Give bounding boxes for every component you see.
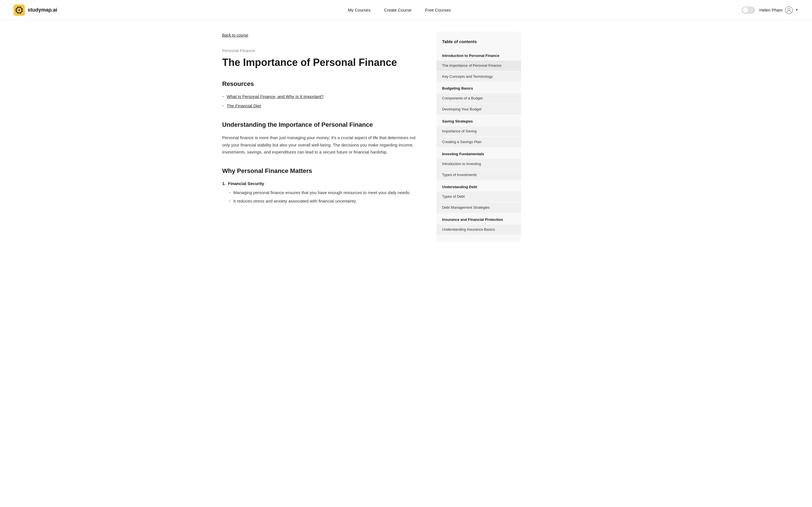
bullet-text-1-2: It reduces stress and anxiety associated… [234,198,357,205]
user-menu[interactable]: Helen Pham ▼ [760,6,799,14]
toc-section-debt: Understanding Debt [437,181,521,191]
logo-icon[interactable] [13,4,25,16]
theme-toggle[interactable] [742,6,755,14]
toc-section-insurance: Insurance and Financial Protection [437,214,521,224]
toc-section-saving: Saving Strategies [437,115,521,126]
resource-item-1: What Is Personal Finance, and Why Is It … [222,93,419,100]
course-category: Personal Finance [222,47,419,54]
chevron-down-icon: ▼ [795,7,799,13]
toc-sidebar: Table of contents Introduction to Person… [437,32,521,242]
toc-item-importance-saving[interactable]: Importance of Saving [437,126,521,136]
bullet-item-1-2: It reduces stress and anxiety associated… [229,198,419,205]
resources-list: What Is Personal Finance, and Why Is It … [222,93,419,110]
toc-item-importance[interactable]: The Importance of Personal Finance [437,61,521,71]
svg-point-3 [785,6,793,14]
navbar-links: My Courses Create Course Free Courses [348,7,451,13]
toc-item-debt-management[interactable]: Debt Management Strategies [437,203,521,213]
toc-item-insurance-basics[interactable]: Understanding Insurance Basics [437,224,521,235]
main-content: Back to course Personal Finance The Impo… [222,32,419,242]
toc-item-intro-investing[interactable]: Introduction to Investing [437,159,521,169]
navbar: studymap.ai My Courses Create Course Fre… [0,0,812,20]
navbar-brand: studymap.ai [13,4,57,16]
toc-item-components[interactable]: Components of a Budget [437,93,521,104]
resource-link-1[interactable]: What Is Personal Finance, and Why Is It … [227,93,323,100]
numbered-list: Financial Security Managing personal fin… [222,180,419,205]
section1-heading: Understanding the Importance of Personal… [222,120,419,129]
toggle-knob [743,7,748,13]
logo-text: studymap.ai [28,6,57,14]
toc-section-budgeting: Budgeting Basics [437,82,521,93]
toc-item-key-concepts[interactable]: Key Concepts and Terminology [437,71,521,82]
numbered-item-1-label: Financial Security [228,180,264,187]
toc-item-types-investments[interactable]: Types of Investments [437,170,521,180]
section1-body: Personal finance is more than just manag… [222,134,419,156]
resource-item-2: The Financial Diet [222,103,419,110]
numbered-item-1-header: Financial Security [222,180,419,187]
nav-create-course[interactable]: Create Course [384,7,412,13]
toc-section-intro: Introduction to Personal Finance [437,50,521,60]
svg-point-2 [18,9,20,11]
user-name: Helen Pham [760,7,783,13]
bullet-sub-list-1: Managing personal finance ensures that y… [222,189,419,205]
resources-heading: Resources [222,79,419,89]
toc-container: Table of contents Introduction to Person… [437,32,521,242]
bullet-item-1-1: Managing personal finance ensures that y… [229,189,419,196]
back-to-course-link[interactable]: Back to course [222,32,248,38]
nav-my-courses[interactable]: My Courses [348,7,370,13]
section2-heading: Why Personal Finance Matters [222,166,419,176]
page-title: The Importance of Personal Finance [222,56,419,68]
toc-item-types-debt[interactable]: Types of Debt [437,191,521,202]
user-avatar-icon [785,6,793,14]
bullet-text-1-1: Managing personal finance ensures that y… [234,189,410,196]
nav-free-courses[interactable]: Free Courses [425,7,451,13]
toc-section-investing: Investing Fundamentals [437,148,521,158]
navbar-user-area: Helen Pham ▼ [742,6,799,14]
toc-item-developing[interactable]: Developing Your Budget [437,104,521,115]
svg-point-4 [788,8,790,10]
resource-link-2[interactable]: The Financial Diet [227,103,261,109]
numbered-item-1: Financial Security Managing personal fin… [222,180,419,205]
page-layout: Back to course Personal Finance The Impo… [209,20,603,253]
toc-title: Table of contents [437,38,521,50]
toc-item-savings-plan[interactable]: Creating a Savings Plan [437,137,521,147]
